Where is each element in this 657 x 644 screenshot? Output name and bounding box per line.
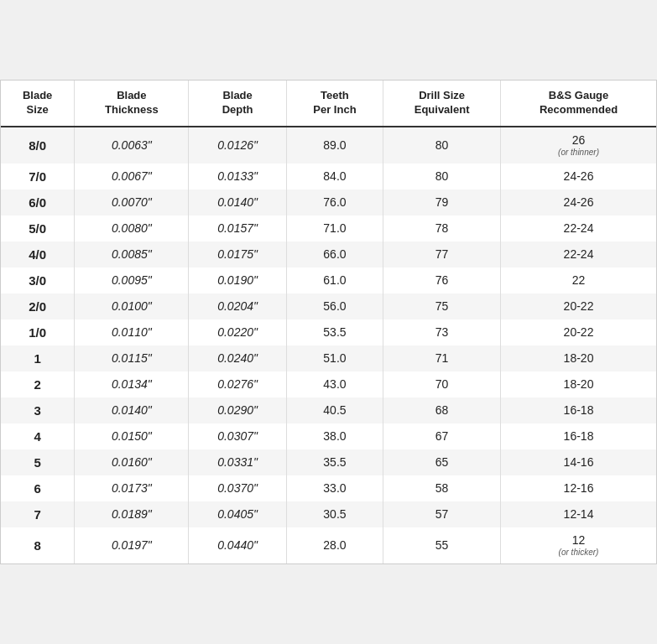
header-teeth-per-inch: TeethPer Inch — [286, 80, 383, 127]
cell-bs-gauge: 22 — [501, 267, 656, 293]
header-blade-thickness: BladeThickness — [75, 80, 189, 127]
cell-drill-size: 65 — [383, 449, 501, 475]
cell-teeth-per-inch: 76.0 — [286, 190, 383, 216]
table-row: 10.0115"0.0240"51.07118-20 — [1, 345, 656, 371]
cell-blade-depth: 0.0440" — [189, 527, 286, 564]
cell-bs-gauge: 16-18 — [501, 397, 656, 423]
cell-bs-gauge: 22-24 — [501, 242, 656, 267]
cell-blade-size: 7 — [1, 501, 75, 527]
table-row: 30.0140"0.0290"40.56816-18 — [1, 397, 656, 423]
cell-teeth-per-inch: 66.0 — [286, 242, 383, 267]
cell-blade-thickness: 0.0140" — [75, 397, 189, 423]
cell-blade-depth: 0.0175" — [189, 242, 286, 267]
cell-bs-gauge: 12(or thicker) — [501, 527, 656, 564]
table-row: 5/00.0080"0.0157"71.07822-24 — [1, 216, 656, 242]
cell-blade-size: 2 — [1, 371, 75, 397]
cell-blade-size: 3/0 — [1, 267, 75, 293]
cell-blade-size: 4/0 — [1, 242, 75, 267]
cell-blade-thickness: 0.0110" — [75, 319, 189, 345]
cell-bs-gauge: 12-16 — [501, 475, 656, 501]
cell-blade-thickness: 0.0150" — [75, 423, 189, 449]
cell-blade-thickness: 0.0115" — [75, 345, 189, 371]
cell-drill-size: 78 — [383, 216, 501, 242]
cell-blade-depth: 0.0370" — [189, 475, 286, 501]
cell-bs-gauge: 24-26 — [501, 164, 656, 190]
table-row: 60.0173"0.0370"33.05812-16 — [1, 475, 656, 501]
cell-bs-gauge: 16-18 — [501, 423, 656, 449]
header-bs-gauge: B&S GaugeRecommended — [501, 80, 656, 127]
cell-blade-depth: 0.0157" — [189, 216, 286, 242]
table-row: 8/00.0063"0.0126"89.08026(or thinner) — [1, 127, 656, 164]
cell-teeth-per-inch: 56.0 — [286, 293, 383, 319]
table-row: 70.0189"0.0405"30.55712-14 — [1, 501, 656, 527]
cell-blade-depth: 0.0133" — [189, 164, 286, 190]
cell-blade-thickness: 0.0070" — [75, 190, 189, 216]
cell-drill-size: 80 — [383, 127, 501, 164]
cell-teeth-per-inch: 38.0 — [286, 423, 383, 449]
cell-blade-thickness: 0.0063" — [75, 127, 189, 164]
cell-drill-size: 70 — [383, 371, 501, 397]
cell-blade-depth: 0.0290" — [189, 397, 286, 423]
cell-teeth-per-inch: 61.0 — [286, 267, 383, 293]
table-row: 50.0160"0.0331"35.56514-16 — [1, 449, 656, 475]
cell-blade-size: 6/0 — [1, 190, 75, 216]
cell-bs-gauge: 18-20 — [501, 371, 656, 397]
cell-blade-size: 3 — [1, 397, 75, 423]
header-blade-depth: BladeDepth — [189, 80, 286, 127]
cell-blade-depth: 0.0220" — [189, 319, 286, 345]
cell-blade-size: 8/0 — [1, 127, 75, 164]
cell-teeth-per-inch: 30.5 — [286, 501, 383, 527]
cell-blade-depth: 0.0307" — [189, 423, 286, 449]
cell-blade-thickness: 0.0189" — [75, 501, 189, 527]
table-row: 2/00.0100"0.0204"56.07520-22 — [1, 293, 656, 319]
cell-blade-thickness: 0.0197" — [75, 527, 189, 564]
cell-teeth-per-inch: 40.5 — [286, 397, 383, 423]
cell-blade-thickness: 0.0134" — [75, 371, 189, 397]
cell-blade-depth: 0.0204" — [189, 293, 286, 319]
cell-blade-size: 2/0 — [1, 293, 75, 319]
cell-bs-gauge: 18-20 — [501, 345, 656, 371]
cell-blade-depth: 0.0405" — [189, 501, 286, 527]
cell-blade-thickness: 0.0067" — [75, 164, 189, 190]
cell-drill-size: 75 — [383, 293, 501, 319]
table-row: 1/00.0110"0.0220"53.57320-22 — [1, 319, 656, 345]
cell-teeth-per-inch: 53.5 — [286, 319, 383, 345]
cell-blade-depth: 0.0331" — [189, 449, 286, 475]
cell-drill-size: 73 — [383, 319, 501, 345]
cell-blade-depth: 0.0276" — [189, 371, 286, 397]
cell-blade-size: 7/0 — [1, 164, 75, 190]
cell-blade-thickness: 0.0173" — [75, 475, 189, 501]
cell-bs-gauge: 26(or thinner) — [501, 127, 656, 164]
cell-drill-size: 77 — [383, 242, 501, 267]
cell-blade-depth: 0.0190" — [189, 267, 286, 293]
cell-blade-thickness: 0.0100" — [75, 293, 189, 319]
cell-bs-gauge: 14-16 — [501, 449, 656, 475]
cell-blade-size: 5/0 — [1, 216, 75, 242]
cell-drill-size: 76 — [383, 267, 501, 293]
blade-reference-table: BladeSize BladeThickness BladeDepth Teet… — [0, 80, 657, 564]
cell-teeth-per-inch: 33.0 — [286, 475, 383, 501]
table-row: 80.0197"0.0440"28.05512(or thicker) — [1, 527, 656, 564]
cell-blade-depth: 0.0126" — [189, 127, 286, 164]
cell-blade-thickness: 0.0095" — [75, 267, 189, 293]
header-drill-size: Drill SizeEquivalent — [383, 80, 501, 127]
cell-drill-size: 67 — [383, 423, 501, 449]
cell-bs-gauge: 12-14 — [501, 501, 656, 527]
table-row: 40.0150"0.0307"38.06716-18 — [1, 423, 656, 449]
cell-blade-thickness: 0.0160" — [75, 449, 189, 475]
cell-drill-size: 57 — [383, 501, 501, 527]
cell-teeth-per-inch: 84.0 — [286, 164, 383, 190]
cell-teeth-per-inch: 89.0 — [286, 127, 383, 164]
cell-teeth-per-inch: 28.0 — [286, 527, 383, 564]
cell-blade-depth: 0.0140" — [189, 190, 286, 216]
cell-drill-size: 79 — [383, 190, 501, 216]
cell-drill-size: 68 — [383, 397, 501, 423]
table-row: 6/00.0070"0.0140"76.07924-26 — [1, 190, 656, 216]
cell-teeth-per-inch: 71.0 — [286, 216, 383, 242]
cell-blade-thickness: 0.0080" — [75, 216, 189, 242]
table-row: 3/00.0095"0.0190"61.07622 — [1, 267, 656, 293]
cell-bs-gauge: 24-26 — [501, 190, 656, 216]
cell-teeth-per-inch: 35.5 — [286, 449, 383, 475]
cell-blade-size: 6 — [1, 475, 75, 501]
cell-blade-size: 8 — [1, 527, 75, 564]
